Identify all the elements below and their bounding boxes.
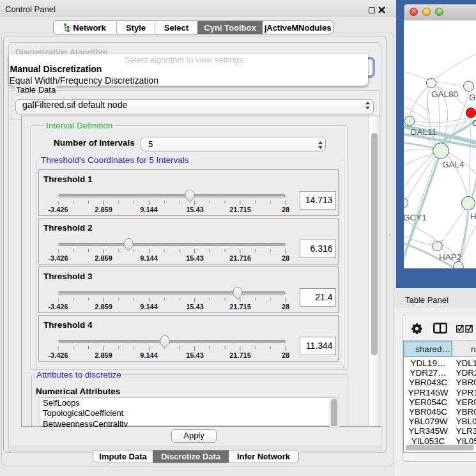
svg-text:GAL4: GAL4: [442, 160, 464, 169]
svg-text:H: H: [470, 211, 476, 221]
svg-text:GAL11: GAL11: [410, 127, 436, 137]
svg-text:HAP2: HAP2: [439, 252, 461, 262]
svg-text:C: C: [472, 118, 476, 128]
svg-text:GAL80: GAL80: [431, 89, 458, 99]
svg-text:GA: GA: [469, 93, 476, 102]
svg-text:GCY1: GCY1: [404, 213, 427, 222]
